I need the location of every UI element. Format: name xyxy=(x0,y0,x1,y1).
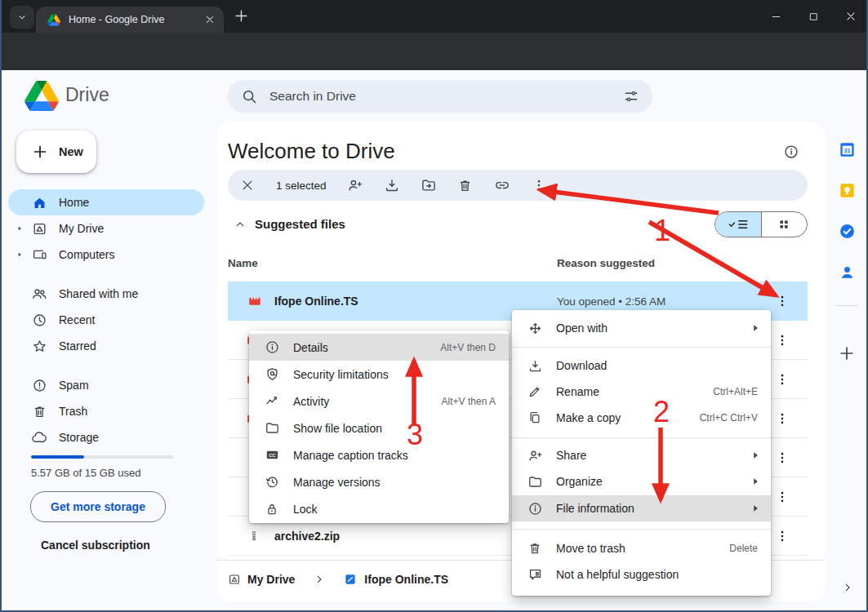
expand-caret-icon[interactable] xyxy=(16,225,24,232)
sidebar-item-spam[interactable]: Spam xyxy=(8,372,204,398)
row-more-button[interactable] xyxy=(775,333,790,348)
storage-used-text: 5.57 GB of 15 GB used xyxy=(31,467,140,479)
file-name: archive2.zip xyxy=(274,530,340,543)
search-input[interactable]: Search in Drive xyxy=(269,89,623,104)
history-icon xyxy=(264,474,280,490)
cancel-subscription-link[interactable]: Cancel subscription xyxy=(41,539,150,552)
trash-icon[interactable] xyxy=(457,177,474,193)
submenu-item-manage-versions[interactable]: Manage versions xyxy=(249,468,509,495)
lock-icon xyxy=(264,502,280,517)
home-icon xyxy=(31,195,47,211)
menu-item-organize[interactable]: Organize xyxy=(512,468,771,494)
sidebar-item-my-drive[interactable]: My Drive xyxy=(8,215,204,242)
keep-icon[interactable] xyxy=(838,181,857,200)
search-options-tune-icon[interactable] xyxy=(623,88,639,104)
collapse-section-chevron-icon[interactable] xyxy=(234,218,247,231)
list-view-check-icon xyxy=(728,218,749,231)
submenu-arrow-icon xyxy=(750,503,761,514)
row-more-button[interactable] xyxy=(775,450,790,465)
link-icon[interactable] xyxy=(494,177,510,193)
window-maximize-button[interactable] xyxy=(797,0,830,33)
submenu-item-manage-caption-tracks[interactable]: CC Manage caption tracks xyxy=(249,441,509,468)
submenu-item-security-limitations[interactable]: Security limitations xyxy=(249,361,509,388)
menu-item-move-to-trash[interactable]: Move to trash Delete xyxy=(512,535,771,561)
cloud-icon xyxy=(31,429,47,446)
new-button[interactable]: New xyxy=(16,131,96,173)
breadcrumb-root[interactable]: My Drive xyxy=(247,573,295,586)
clock-icon xyxy=(31,313,47,328)
download-icon[interactable] xyxy=(384,177,400,193)
section-title: Suggested files xyxy=(255,217,345,231)
chevron-right-icon xyxy=(313,573,326,586)
sidebar-item-storage[interactable]: Storage xyxy=(8,424,204,450)
submenu-item-details[interactable]: Details Alt+V then D xyxy=(249,334,509,361)
submenu-arrow-icon xyxy=(750,476,761,487)
selected-count: 1 selected xyxy=(276,180,327,192)
svg-text:CC: CC xyxy=(269,453,275,458)
contacts-icon[interactable] xyxy=(838,263,857,282)
row-more-button[interactable] xyxy=(775,372,790,387)
file-name: Ifope Online.TS xyxy=(274,295,358,308)
move-folder-icon[interactable] xyxy=(421,177,437,193)
list-view-button[interactable] xyxy=(715,212,761,237)
row-more-button[interactable] xyxy=(775,411,790,426)
sidebar-item-computers[interactable]: Computers xyxy=(8,242,204,268)
sidebar-item-recent[interactable]: Recent xyxy=(8,307,204,333)
more-vert-icon[interactable] xyxy=(531,177,547,193)
page-title: Welcome to Drive xyxy=(228,139,395,164)
breadcrumb-file[interactable]: Ifope Online.TS xyxy=(364,573,448,586)
search-bar[interactable]: Search in Drive xyxy=(228,80,652,113)
browser-tab[interactable]: Home - Google Drive xyxy=(36,7,224,33)
row-more-button[interactable] xyxy=(775,294,790,308)
info-icon xyxy=(527,501,543,517)
page-info-icon[interactable] xyxy=(783,144,799,160)
menu-item-file-information[interactable]: File information xyxy=(512,495,771,521)
clear-selection-button[interactable] xyxy=(239,177,256,193)
submenu-item-activity[interactable]: Activity Alt+V then A xyxy=(249,388,509,415)
submenu-arrow-icon xyxy=(750,450,761,461)
menu-item-share[interactable]: Share xyxy=(512,442,771,468)
search-icon xyxy=(241,88,258,105)
drive-logo xyxy=(24,81,59,111)
column-header-reason[interactable]: Reason suggested xyxy=(557,257,655,269)
browser-window: Home - Google Drive xyxy=(0,0,868,612)
tab-search-button[interactable] xyxy=(10,6,34,29)
calendar-icon[interactable]: 31 xyxy=(838,140,857,159)
person-add-icon[interactable] xyxy=(347,177,363,193)
tasks-icon[interactable] xyxy=(838,222,857,241)
sidebar-item-shared-with-me[interactable]: Shared with me xyxy=(8,281,204,307)
add-apps-button[interactable] xyxy=(838,344,856,362)
hide-panel-chevron-icon[interactable] xyxy=(841,581,854,594)
computers-icon xyxy=(31,247,47,263)
shared-people-icon xyxy=(31,286,47,302)
window-minimize-button[interactable] xyxy=(759,0,792,33)
my-drive-icon xyxy=(228,573,241,586)
storage-progress-track xyxy=(31,455,173,459)
menu-item-rename[interactable]: Rename Ctrl+Alt+E xyxy=(512,379,771,405)
svg-text:31: 31 xyxy=(844,148,851,154)
sidebar: New Home My Drive Computers xyxy=(2,122,217,612)
menu-item-make-a-copy[interactable]: Make a copy Ctrl+C Ctrl+V xyxy=(512,405,771,431)
sidebar-item-home[interactable]: Home xyxy=(8,189,204,215)
submenu-item-lock[interactable]: Lock xyxy=(249,495,509,522)
row-more-button[interactable] xyxy=(775,529,790,543)
get-more-storage-button[interactable]: Get more storage xyxy=(30,491,166,522)
grid-view-button[interactable] xyxy=(762,212,808,237)
expand-caret-icon[interactable] xyxy=(16,251,24,258)
chevron-down-icon xyxy=(16,11,28,23)
submenu-arrow-icon xyxy=(750,322,761,334)
submenu-item-show-file-location[interactable]: Show file location xyxy=(249,415,509,441)
sidebar-item-starred[interactable]: Starred xyxy=(8,333,204,359)
video-file-icon xyxy=(247,294,263,308)
grid-view-icon xyxy=(777,218,790,231)
sidebar-item-trash[interactable]: Trash xyxy=(8,398,204,424)
new-tab-button[interactable] xyxy=(234,8,249,24)
tab-close-icon[interactable] xyxy=(204,14,216,25)
menu-item-download[interactable]: Download xyxy=(512,353,771,379)
menu-item-not-helpful[interactable]: Not a helpful suggestion xyxy=(512,561,771,588)
column-header-name[interactable]: Name xyxy=(228,257,258,269)
row-more-button[interactable] xyxy=(775,490,790,504)
file-reason: You opened • 2:56 AM xyxy=(557,295,665,308)
window-close-button[interactable] xyxy=(835,0,867,33)
menu-item-open-with[interactable]: Open with xyxy=(512,315,771,341)
